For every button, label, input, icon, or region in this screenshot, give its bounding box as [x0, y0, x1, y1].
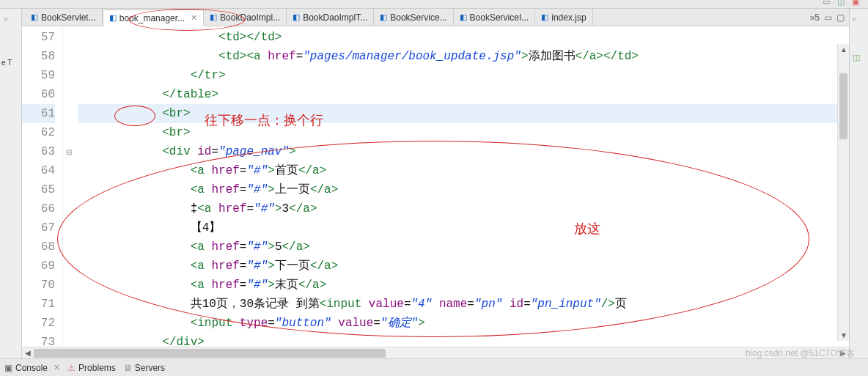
problems-label: Problems [78, 363, 116, 373]
code-line[interactable]: </table> [78, 85, 849, 104]
fold-marker [63, 237, 75, 257]
code-line[interactable]: ‡<a href="#">3</a> [78, 199, 849, 218]
code-line[interactable]: <br> [78, 123, 849, 142]
code-line[interactable]: 【4】 [78, 218, 849, 237]
line-number: 58 [22, 47, 55, 66]
code-line[interactable]: 共10页，30条记录 到第<input value="4" name="pn" … [78, 295, 849, 314]
tab-label: BookDaoImpl... [220, 12, 280, 23]
fold-marker [63, 199, 75, 218]
editor-body: 5758596061626364656667686970717273 ⊟ <td… [22, 26, 849, 347]
min-icon[interactable]: ▭ [823, 0, 834, 9]
scroll-track[interactable] [34, 349, 837, 358]
tab-label: BookServlet... [41, 12, 96, 23]
code-line[interactable]: <a href="#">首页</a> [78, 161, 849, 180]
tab-bookservice[interactable]: ◧ BookService... [374, 9, 453, 26]
tab-index-jsp[interactable]: ◧ index.jsp [535, 9, 592, 26]
perspective-icon[interactable]: ◫ [837, 0, 849, 9]
code-line[interactable]: </div> [78, 333, 849, 347]
line-number: 69 [22, 257, 55, 276]
code-line[interactable]: <td></td> [78, 28, 849, 47]
maximize-icon[interactable]: ▢ [836, 12, 845, 23]
line-number: 59 [22, 66, 55, 85]
console-label: Console [15, 363, 48, 373]
line-number: 67 [22, 218, 55, 237]
scroll-right-icon[interactable]: ▶ [837, 349, 849, 357]
line-number: 66 [22, 199, 55, 218]
outline-icon[interactable]: ◫ [853, 53, 860, 62]
scroll-thumb[interactable] [839, 73, 847, 139]
tab-bookdaoimpl[interactable]: ◧ BookDaoImpl... [204, 9, 287, 26]
fold-marker [63, 314, 75, 333]
folding-gutter[interactable]: ⊟ [63, 26, 75, 347]
fold-marker [63, 257, 75, 276]
code-line[interactable]: <a href="#">上一页</a> [78, 180, 849, 199]
servers-tab[interactable]: 🖥 Servers [123, 363, 165, 373]
tab-overflow[interactable]: »5 ▭ ▢ [806, 9, 849, 26]
code-line[interactable]: </tr> [78, 66, 849, 85]
tab-label: BookDaoImplT... [303, 12, 367, 23]
console-tab[interactable]: ▣ Console ✕ [4, 363, 60, 373]
tab-label: BookServiceI... [470, 12, 529, 23]
workspace: ▫ e T ◧ BookServlet... ◧ book_manager...… [0, 9, 868, 358]
line-number: 68 [22, 237, 55, 257]
close-icon[interactable]: ✕ [191, 13, 197, 23]
tab-bookservlet[interactable]: ◧ BookServlet... [25, 9, 103, 26]
line-number: 64 [22, 161, 55, 180]
view-min-icon[interactable]: ▫ [4, 15, 7, 23]
perspective-icons[interactable]: ▭ ◫ ▣ [823, 0, 864, 9]
tab-label: index.jsp [551, 12, 586, 23]
problems-tab[interactable]: ⚠ Problems [67, 363, 116, 373]
fold-marker [63, 66, 75, 85]
java-icon: ◧ [293, 12, 300, 22]
vertical-scrollbar[interactable]: ▲ ▼ [837, 44, 849, 341]
right-sidebar[interactable]: ▫ ◫ [849, 9, 868, 358]
scroll-left-icon[interactable]: ◀ [22, 349, 34, 357]
fold-marker [63, 104, 75, 123]
tab-bookdaoimplt[interactable]: ◧ BookDaoImplT... [287, 9, 374, 26]
jsp-icon: ◧ [541, 12, 548, 22]
fold-marker [63, 47, 75, 66]
fold-marker [63, 276, 75, 295]
tab-label: book_manager... [119, 13, 185, 23]
code-line[interactable]: <td><a href="pages/manager/book_update.j… [78, 47, 849, 66]
code-line[interactable]: <a href="#">5</a> [78, 237, 849, 257]
fold-marker [63, 333, 75, 347]
code-line[interactable]: <br> [78, 104, 849, 123]
line-number: 61 [22, 104, 55, 123]
java-icon: ◧ [210, 12, 217, 22]
servers-label: Servers [135, 363, 165, 373]
tab-book-manager[interactable]: ◧ book_manager... ✕ [103, 10, 204, 26]
servers-icon: 🖥 [123, 363, 132, 373]
editor-tabs: ◧ BookServlet... ◧ book_manager... ✕ ◧ B… [22, 9, 849, 26]
scroll-up-icon[interactable]: ▲ [840, 45, 847, 54]
sidebar-label: e T [1, 59, 12, 67]
code-line[interactable]: <div id="page_nav"> [78, 142, 849, 161]
problems-icon: ⚠ [67, 363, 76, 373]
tab-bookservicei[interactable]: ◧ BookServiceI... [454, 9, 536, 26]
code-line[interactable]: <a href="#">末页</a> [78, 276, 849, 295]
fold-marker [63, 218, 75, 237]
jsp-icon: ◧ [109, 13, 117, 23]
horizontal-scrollbar[interactable]: ◀ ▶ [22, 347, 849, 358]
fold-marker[interactable]: ⊟ [63, 142, 75, 161]
fold-marker [63, 161, 75, 180]
scroll-down-icon[interactable]: ▼ [840, 331, 847, 339]
left-sidebar[interactable]: ▫ e T [0, 9, 22, 358]
java-icon: ◧ [31, 12, 38, 22]
fold-marker [63, 85, 75, 104]
scroll-thumb-h[interactable] [34, 349, 386, 358]
code-line[interactable]: <a href="#">下一页</a> [78, 257, 849, 276]
fold-marker [63, 180, 75, 199]
code-line[interactable]: <input type="button" value="确定"> [78, 314, 849, 333]
line-number: 57 [22, 28, 55, 47]
close-icon[interactable]: ✕ [54, 363, 60, 372]
line-number: 63 [22, 142, 55, 161]
line-number: 72 [22, 314, 55, 333]
editor-area: ◧ BookServlet... ◧ book_manager... ✕ ◧ B… [22, 9, 849, 358]
minimize-icon[interactable]: ▭ [824, 12, 832, 23]
tab-label: BookService... [390, 12, 446, 23]
java-perspective-icon[interactable]: ▣ [852, 0, 864, 9]
view-min-icon[interactable]: ▫ [853, 15, 856, 23]
bottom-panel-tabs: ▣ Console ✕ ⚠ Problems 🖥 Servers [0, 358, 868, 376]
code-area[interactable]: <td></td> <td><a href="pages/manager/boo… [75, 26, 849, 347]
